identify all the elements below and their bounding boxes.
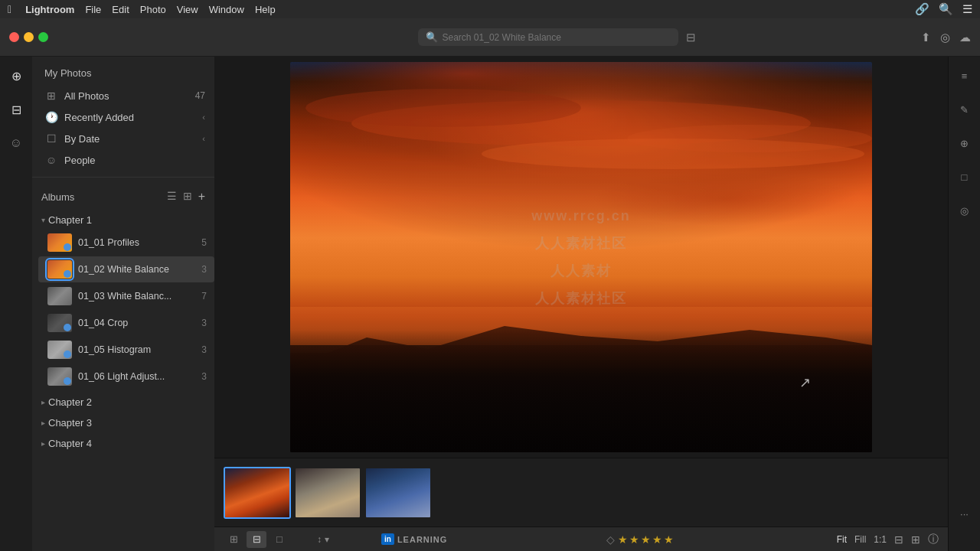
svg-point-5 bbox=[627, 125, 872, 152]
sync-badge-01-05 bbox=[64, 350, 71, 358]
album-thumb-01-04 bbox=[47, 314, 72, 332]
sidebar-item-by-date[interactable]: ☐ By Date ‹ bbox=[32, 128, 214, 149]
filmstrip-thumb-2[interactable] bbox=[294, 467, 361, 519]
menu-help[interactable]: Help bbox=[255, 4, 276, 15]
section-divider bbox=[32, 177, 214, 178]
right-icon-crop[interactable]: ⊕ bbox=[953, 132, 976, 155]
all-photos-count: 47 bbox=[195, 90, 205, 101]
view-square-btn[interactable]: □ bbox=[270, 531, 289, 548]
account-icon[interactable]: ◎ bbox=[940, 31, 950, 44]
all-photos-icon: ⊞ bbox=[44, 90, 58, 102]
album-item-01-02[interactable]: 01_02 White Balance 3 bbox=[38, 256, 214, 282]
zoom-fit-btn[interactable]: Fit bbox=[837, 534, 847, 545]
albums-grid-view-icon[interactable]: ⊞ bbox=[183, 190, 192, 204]
by-date-label: By Date bbox=[64, 133, 196, 145]
album-item-01-03[interactable]: 01_03 White Balanc... 7 bbox=[38, 283, 214, 309]
sync-badge-01-06 bbox=[64, 377, 71, 385]
people-icon: ☺ bbox=[44, 154, 58, 166]
chapter1-header[interactable]: ▾ Chapter 1 bbox=[32, 211, 214, 229]
album-item-count-01-01: 5 bbox=[201, 237, 207, 248]
chapter4-chevron: ▸ bbox=[41, 439, 45, 448]
sync-badge-01-04 bbox=[64, 324, 71, 331]
album-thumb-01-01 bbox=[47, 233, 72, 252]
album-item-01-06[interactable]: 01_06 Light Adjust... 3 bbox=[38, 364, 214, 390]
view-controls: ⊞ ⊟ □ bbox=[224, 531, 289, 548]
zoom-1to1-btn[interactable]: 1:1 bbox=[874, 534, 887, 545]
apple-menu[interactable]:  bbox=[8, 3, 11, 15]
cloud-icon[interactable]: ☁ bbox=[959, 31, 971, 44]
menu-view[interactable]: View bbox=[177, 4, 198, 15]
zoom-controls: Fit Fill 1:1 ⊟ ⊞ ⓘ bbox=[837, 533, 939, 546]
view-list-btn[interactable]: ⊟ bbox=[247, 531, 266, 548]
search-area: 🔍 ⊟ bbox=[198, 28, 915, 46]
album-item-count-01-02: 3 bbox=[201, 264, 207, 275]
album-thumb-01-06 bbox=[47, 367, 72, 386]
bottom-bar: ⊞ ⊟ □ ↕ ▾ in LEARNING ◇ ★★★★★ Fi bbox=[214, 527, 948, 551]
right-icon-more[interactable]: ··· bbox=[953, 502, 976, 525]
album-item-name-01-01: 01_01 Profiles bbox=[78, 237, 195, 248]
menu-right-icon-2[interactable]: 🔍 bbox=[939, 2, 953, 16]
album-item-name-01-04: 01_04 Crop bbox=[78, 318, 195, 328]
minimize-button[interactable] bbox=[24, 32, 34, 42]
menu-edit[interactable]: Edit bbox=[112, 4, 129, 15]
right-icon-mask[interactable]: ◎ bbox=[953, 199, 976, 222]
sync-badge-01-01 bbox=[64, 243, 71, 251]
upload-icon[interactable]: ⬆ bbox=[921, 31, 931, 44]
albums-list-view-icon[interactable]: ☰ bbox=[167, 190, 177, 204]
filmstrip-thumb-1[interactable] bbox=[224, 467, 291, 519]
search-bar[interactable]: 🔍 bbox=[418, 28, 678, 46]
info-icon[interactable]: ⓘ bbox=[928, 533, 939, 546]
album-item-01-05[interactable]: 01_05 Histogram 3 bbox=[38, 337, 214, 363]
svg-point-4 bbox=[305, 89, 581, 127]
album-item-name-01-05: 01_05 Histogram bbox=[78, 344, 195, 355]
zoom-fill-btn[interactable]: Fill bbox=[854, 534, 866, 545]
toolbar-right: ⬆ ◎ ☁ bbox=[921, 31, 971, 44]
my-photos-header: My Photos bbox=[32, 57, 214, 85]
toolbar: 🔍 ⊟ ⬆ ◎ ☁ bbox=[0, 18, 980, 57]
album-item-name-01-03: 01_03 White Balanc... bbox=[78, 291, 195, 302]
menu-window[interactable]: Window bbox=[209, 4, 244, 15]
sort-control[interactable]: ↕ ▾ bbox=[317, 534, 329, 545]
right-icon-edit[interactable]: ✎ bbox=[953, 98, 976, 121]
linkedin-badge: in LEARNING bbox=[381, 533, 447, 545]
sidebar-item-recently-added[interactable]: 🕐 Recently Added ‹ bbox=[32, 106, 214, 128]
chapter2-name: Chapter 2 bbox=[48, 396, 92, 408]
sidebar-item-people[interactable]: ☺ People bbox=[32, 149, 214, 171]
search-input[interactable] bbox=[443, 32, 671, 43]
nav-icon-library[interactable]: ⊟ bbox=[5, 98, 28, 121]
close-button[interactable] bbox=[9, 32, 19, 42]
chapter4-name: Chapter 4 bbox=[48, 438, 92, 449]
album-group-chapter3: ▸ Chapter 3 bbox=[32, 412, 214, 433]
main-image-area: www.rrcg.cn 人人素材社区 人人素材 人人素材社区 ↗ bbox=[214, 57, 948, 458]
albums-add-icon[interactable]: + bbox=[198, 190, 205, 204]
sunset-horizon-layer bbox=[290, 330, 872, 452]
chapter4-header[interactable]: ▸ Chapter 4 bbox=[32, 435, 214, 452]
right-icon-frame[interactable]: □ bbox=[953, 165, 976, 188]
sidebar-item-all-photos[interactable]: ⊞ All Photos 47 bbox=[32, 85, 214, 106]
menu-right-icon-3[interactable]: ☰ bbox=[962, 2, 972, 16]
maximize-button[interactable] bbox=[38, 32, 48, 42]
chapter2-header[interactable]: ▸ Chapter 2 bbox=[32, 393, 214, 411]
album-item-01-04[interactable]: 01_04 Crop 3 bbox=[38, 310, 214, 336]
chapter3-header[interactable]: ▸ Chapter 3 bbox=[32, 414, 214, 432]
album-item-01-01[interactable]: 01_01 Profiles 5 bbox=[38, 230, 214, 256]
nav-icon-people[interactable]: ☺ bbox=[5, 132, 28, 155]
filmstrip-thumb-3[interactable] bbox=[364, 467, 432, 519]
chapter2-chevron: ▸ bbox=[41, 398, 45, 406]
bottom-center: in LEARNING ◇ ★★★★★ bbox=[335, 533, 831, 546]
menu-right-icon-1[interactable]: 🔗 bbox=[915, 2, 929, 16]
nav-icon-add[interactable]: ⊕ bbox=[5, 64, 28, 87]
albums-header: Albums ☰ ⊞ + bbox=[32, 184, 214, 210]
app-name: Lightroom bbox=[25, 4, 74, 15]
menu-photo[interactable]: Photo bbox=[140, 4, 166, 15]
compare-view-icon[interactable]: ⊞ bbox=[911, 533, 920, 546]
menu-file[interactable]: File bbox=[85, 4, 101, 15]
right-icon-presets[interactable]: ≡ bbox=[953, 64, 976, 87]
chapter3-name: Chapter 3 bbox=[48, 417, 92, 429]
filter-icon[interactable]: ⊟ bbox=[686, 31, 696, 44]
split-view-icon[interactable]: ⊟ bbox=[894, 533, 903, 546]
view-grid-btn[interactable]: ⊞ bbox=[224, 531, 243, 548]
filmstrip-thumb-1-inner bbox=[225, 468, 289, 517]
album-group-chapter1: ▾ Chapter 1 01_01 Profiles 5 bbox=[32, 210, 214, 392]
sort-icon: ↕ bbox=[317, 534, 322, 545]
